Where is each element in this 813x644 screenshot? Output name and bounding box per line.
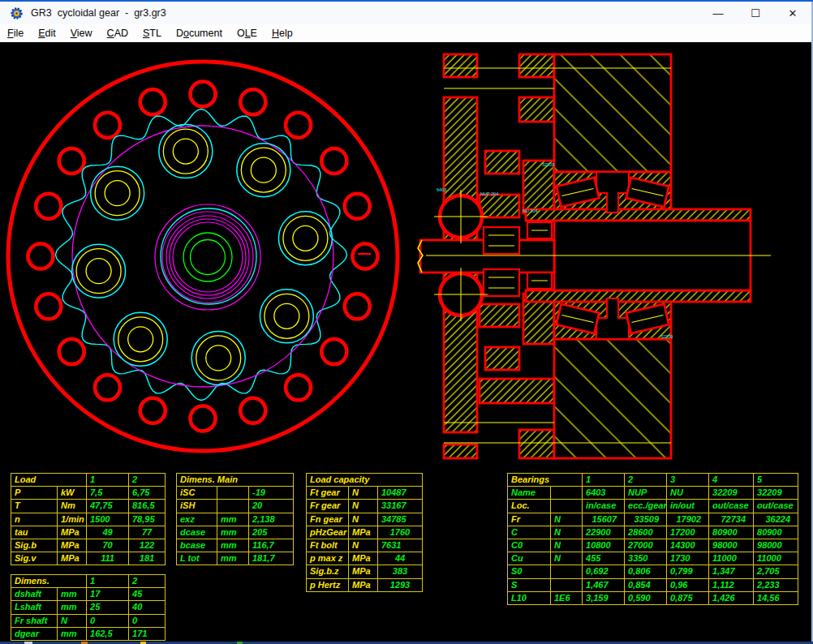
- table-row: p HertzMPa1293: [307, 578, 423, 591]
- bolt-hole-circle: [278, 212, 332, 265]
- column-header: 2: [129, 474, 166, 487]
- table-row: L101E63,1590,5900,8751,42614,56: [508, 591, 798, 604]
- bolt-roller-circle: [95, 171, 140, 216]
- cell-value: 3350: [625, 552, 667, 565]
- cell-value: 0: [87, 614, 129, 627]
- cell-value: 1,467: [583, 578, 625, 591]
- table-row: Lshaftmm2540: [11, 601, 166, 614]
- minimize-button[interactable]: —: [699, 2, 737, 24]
- bolt-roller-circle: [76, 249, 121, 294]
- row-unit: mm: [58, 588, 87, 601]
- housing-block-top: [554, 54, 671, 172]
- cell-value: 98000: [709, 539, 754, 552]
- table-row: dgearmm162,5171: [11, 627, 166, 640]
- row-label: Name: [508, 487, 551, 500]
- cell-value: 1293: [378, 578, 423, 591]
- table-title: Load capacity: [307, 474, 423, 487]
- housing-pin-circle: [191, 82, 216, 107]
- cell-value: 78,95: [129, 513, 166, 526]
- housing-pin-circle: [321, 339, 346, 364]
- row-label: Cu: [508, 552, 551, 565]
- housing-pin-circle: [240, 89, 265, 114]
- table-row: CN2290028600172008090080900: [508, 526, 798, 539]
- cell-value: 45: [129, 588, 166, 601]
- bearing-label-nup: NUP 204: [480, 191, 498, 196]
- row-label: iSC: [177, 487, 217, 500]
- menu-cad[interactable]: CAD: [100, 26, 136, 41]
- cell-value: 0: [129, 614, 166, 627]
- row-label: dcase: [177, 526, 217, 539]
- table-row: exzmm2,138: [177, 513, 294, 526]
- row-unit: 1/min: [58, 513, 87, 526]
- cell-value: 116,7: [249, 539, 294, 552]
- menu-file[interactable]: File: [0, 26, 31, 41]
- close-button[interactable]: ✕: [774, 2, 811, 24]
- menu-document[interactable]: Document: [169, 26, 230, 41]
- cell-value: 14,56: [754, 591, 798, 604]
- gearbox-section-view[interactable]: 6403 NUP 204 NU 204 32209 32209: [414, 42, 813, 466]
- table-load_capacity: Load capacityFt gearN10487Fr gearN33167F…: [306, 473, 423, 592]
- bolt-roller-circle: [241, 148, 286, 192]
- table-row: Sig.vMPa111181: [11, 552, 166, 565]
- bolt-roller-circle: [196, 336, 241, 380]
- bolt-hole-circle: [114, 312, 167, 366]
- housing-pin-circle: [345, 194, 370, 219]
- row-label: iSH: [177, 500, 217, 513]
- housing-pin-circle: [36, 294, 61, 319]
- row-unit: mm: [217, 526, 249, 539]
- window-controls: — ☐ ✕: [699, 2, 811, 24]
- cell-value: 49: [87, 526, 129, 539]
- menu-view[interactable]: View: [63, 26, 100, 41]
- hub-circle: [162, 212, 253, 303]
- cycloidal-gear-front-view[interactable]: [0, 42, 414, 466]
- table-row: dshaftmm1745: [11, 588, 166, 601]
- cell-value: 34785: [378, 513, 423, 526]
- menu-stl[interactable]: STL: [136, 26, 169, 41]
- row-unit: N: [349, 539, 378, 552]
- bolt-hole-circle: [91, 166, 144, 220]
- row-unit: N: [551, 513, 583, 526]
- row-unit: MPa: [349, 552, 378, 565]
- cell-value: 70: [87, 539, 129, 552]
- table-row: CuN455335017301100011000: [508, 552, 798, 565]
- table-row: Fn gearN34785: [307, 513, 423, 526]
- table-dimens_main: Dimens. MainiSC-19iSH20exzmm2,138dcasemm…: [176, 473, 294, 565]
- menu-help[interactable]: Help: [265, 26, 300, 41]
- housing-pin-circle: [286, 113, 311, 138]
- menu-ole[interactable]: OLE: [230, 26, 265, 41]
- cell-value: 98000: [754, 539, 798, 552]
- row-unit: mm: [217, 513, 249, 526]
- housing-pin-circle: [321, 148, 346, 174]
- row-unit: N: [349, 513, 378, 526]
- bolt-hole-circle: [237, 144, 290, 197]
- table-row: S1,4670,8540,961,1122,233: [508, 578, 798, 591]
- row-label: p max z: [307, 552, 349, 565]
- row-label: Loc.: [508, 500, 551, 513]
- table-title: Dimens.: [11, 575, 87, 588]
- menu-edit[interactable]: Edit: [31, 26, 63, 41]
- cell-value: 6,75: [129, 487, 166, 500]
- row-unit: mm: [58, 627, 87, 640]
- cell-value: 33509: [625, 513, 667, 526]
- titlebar[interactable]: GR3 cycloidal gear - gr3.gr3 — ☐ ✕: [0, 2, 811, 24]
- row-label: S: [508, 578, 551, 591]
- bolt-hole-circle: [159, 125, 213, 178]
- column-header: 3: [667, 474, 709, 487]
- cell-value: 10487: [378, 487, 423, 500]
- table-row: iSC-19: [177, 487, 294, 500]
- table-row: Ft gearN10487: [307, 487, 423, 500]
- row-unit: MPa: [349, 565, 378, 578]
- housing-pin-circle: [240, 398, 265, 423]
- cell-value: 0,875: [667, 591, 709, 604]
- cell-value: -19: [249, 487, 294, 500]
- column-header: 2: [129, 575, 166, 588]
- maximize-button[interactable]: ☐: [737, 2, 774, 24]
- bearing-label-32209-bottom: 32209: [660, 334, 673, 339]
- cad-canvas[interactable]: 6403 NUP 204 NU 204 32209 32209 Load12Pk…: [0, 42, 811, 642]
- column-header: 5: [754, 474, 798, 487]
- cell-value: 36224: [754, 513, 798, 526]
- bolt-hole-circle: [260, 290, 313, 343]
- cell-value: 20: [249, 500, 294, 513]
- row-label: Ft gear: [307, 487, 349, 500]
- cell-value: 0,590: [625, 591, 667, 604]
